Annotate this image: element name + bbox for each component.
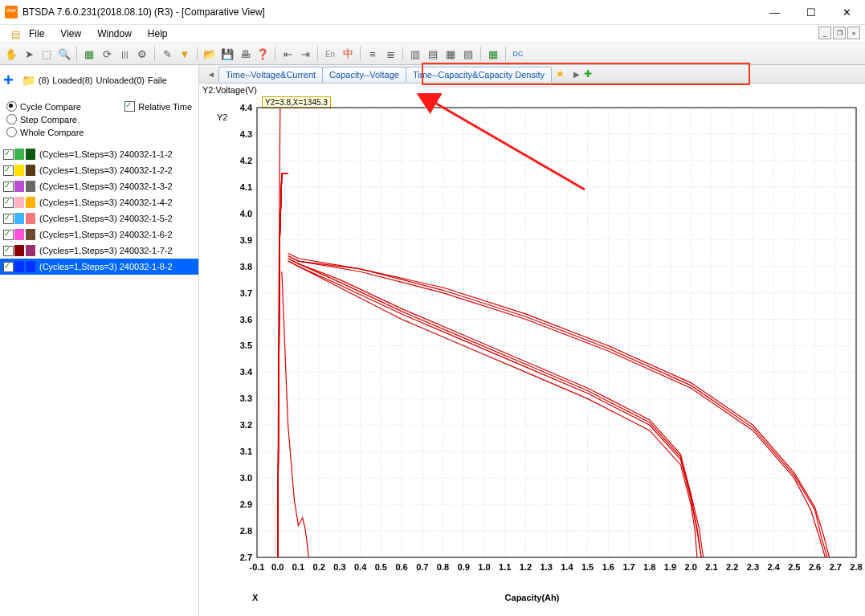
svg-text:2.7: 2.7 <box>240 553 252 562</box>
series-checkbox[interactable] <box>3 149 14 160</box>
menu-window[interactable]: Window <box>91 27 138 41</box>
series-row[interactable]: (Cycles=1,Steps=3) 240032-1-3-2 <box>0 178 198 194</box>
svg-text:1.2: 1.2 <box>520 562 532 572</box>
filter-icon[interactable]: ▼ <box>177 46 193 62</box>
tab-scroll-left-icon[interactable]: ◄ <box>206 68 217 80</box>
hand-tool-icon[interactable]: ✋ <box>3 46 19 62</box>
open-icon[interactable]: 📂 <box>202 46 218 62</box>
series-label: (Cycles=1,Steps=3) 240032-1-3-2 <box>39 182 173 191</box>
cn-lang-icon[interactable]: 中 <box>340 46 356 62</box>
tab-time-voltage-current[interactable]: Time--Voltage&Current <box>218 67 323 82</box>
svg-text:2.3: 2.3 <box>747 562 759 572</box>
series-swatch-2 <box>26 149 35 160</box>
x-axis-title: Capacity(Ah) <box>505 593 560 602</box>
add-icon[interactable]: + <box>3 70 14 91</box>
series-row[interactable]: (Cycles=1,Steps=3) 240032-1-2-2 <box>0 162 198 178</box>
align-2-icon[interactable]: ≣ <box>382 46 398 62</box>
zoom-icon[interactable]: 🔍 <box>56 46 72 62</box>
favorite-icon[interactable]: ★ <box>556 68 565 80</box>
table-icon[interactable]: ▦ <box>81 46 97 62</box>
align-1-icon[interactable]: ≡ <box>365 46 381 62</box>
series-row[interactable]: (Cycles=1,Steps=3) 240032-1-8-2 <box>0 259 198 275</box>
tab-scroll-right-icon[interactable]: ▶ <box>571 68 582 80</box>
save-icon[interactable]: 💾 <box>219 46 235 62</box>
layout-4-icon[interactable]: ▧ <box>460 46 476 62</box>
summary-failed: Faile <box>148 75 167 85</box>
series-checkbox[interactable] <box>3 246 14 256</box>
pointer-tool-icon[interactable]: ➤ <box>21 46 37 62</box>
svg-text:2.8: 2.8 <box>240 526 252 536</box>
dcr-icon[interactable]: DC <box>510 46 526 62</box>
svg-rect-48 <box>257 108 856 557</box>
svg-text:1.5: 1.5 <box>581 562 594 572</box>
plot-svg: 2.72.82.93.03.13.23.33.43.53.63.73.83.94… <box>199 84 864 614</box>
radio-step-compare[interactable] <box>6 114 17 124</box>
zoom-area-icon[interactable]: ⬚ <box>39 46 55 62</box>
left-panel: + 📁 (8) Loaded(8) Unloaded(0) Faile Cycl… <box>0 65 199 616</box>
series-row[interactable]: (Cycles=1,Steps=3) 240032-1-6-2 <box>0 226 198 243</box>
excel-icon[interactable]: ▦ <box>485 46 501 62</box>
svg-text:1.3: 1.3 <box>540 562 552 572</box>
layout-2-icon[interactable]: ▤ <box>425 46 441 62</box>
series-checkbox[interactable] <box>3 262 14 272</box>
svg-text:2.9: 2.9 <box>240 500 252 509</box>
series-checkbox[interactable] <box>3 182 14 192</box>
print-icon[interactable]: 🖶 <box>237 46 253 62</box>
series-checkbox[interactable] <box>3 198 14 208</box>
nav-fwd-icon[interactable]: ⇥ <box>297 46 313 62</box>
series-label: (Cycles=1,Steps=3) 240032-1-2-2 <box>39 165 173 175</box>
nav-back-icon[interactable]: ⇤ <box>279 46 296 62</box>
menubar: ▤ File View Window Help _ ❐ × <box>0 25 865 43</box>
series-row[interactable]: (Cycles=1,Steps=3) 240032-1-7-2 <box>0 243 198 259</box>
toolbar: ✋ ➤ ⬚ 🔍 ▦ ⟳ ⫼ ⚙ ✎ ▼ 📂 💾 🖶 ❓ ⇤ ⇥ En 中 ≡ ≣… <box>0 43 865 65</box>
tab-capacity-voltage[interactable]: Capacity--Voltage <box>322 67 406 82</box>
help-icon[interactable]: ❓ <box>255 46 271 62</box>
svg-text:4.1: 4.1 <box>240 182 252 192</box>
tabstrip: ◄ Time--Voltage&Current Capacity--Voltag… <box>199 65 865 84</box>
checkbox-relative-time[interactable] <box>124 101 135 112</box>
radio-cycle-compare[interactable] <box>6 101 17 112</box>
svg-text:2.6: 2.6 <box>809 562 821 572</box>
series-checkbox[interactable] <box>3 230 14 240</box>
series-swatch-1 <box>14 181 24 192</box>
tab-time-capacity-density[interactable]: Time--Capacity&Capacity Density <box>406 67 552 82</box>
en-lang-icon[interactable]: En <box>322 46 338 62</box>
svg-text:0.4: 0.4 <box>354 562 367 572</box>
wand-icon[interactable]: ✎ <box>159 46 175 62</box>
columns-icon[interactable]: ⫼ <box>116 46 133 62</box>
layout-3-icon[interactable]: ▦ <box>443 46 459 62</box>
series-swatch-2 <box>26 229 35 240</box>
series-swatch-2 <box>26 261 35 272</box>
series-checkbox[interactable] <box>3 165 14 176</box>
series-swatch-1 <box>14 261 24 272</box>
mdi-close-button[interactable]: × <box>847 27 860 39</box>
series-checkbox[interactable] <box>3 214 14 224</box>
add-tab-icon[interactable]: ✚ <box>584 68 592 80</box>
series-row[interactable]: (Cycles=1,Steps=3) 240032-1-1-2 <box>0 146 198 162</box>
layout-1-icon[interactable]: ▥ <box>407 46 423 62</box>
series-label: (Cycles=1,Steps=3) 240032-1-1-2 <box>39 149 173 159</box>
svg-text:0.2: 0.2 <box>313 562 325 572</box>
series-row[interactable]: (Cycles=1,Steps=3) 240032-1-4-2 <box>0 194 198 210</box>
series-row[interactable]: (Cycles=1,Steps=3) 240032-1-5-2 <box>0 210 198 226</box>
svg-text:1.7: 1.7 <box>622 562 634 572</box>
menu-view[interactable]: View <box>54 27 88 41</box>
refresh-icon[interactable]: ⟳ <box>99 46 115 62</box>
menu-help[interactable]: Help <box>141 27 174 41</box>
maximize-button[interactable]: ☐ <box>793 0 829 24</box>
svg-text:-0.1: -0.1 <box>250 562 265 572</box>
radio-step-label: Step Compare <box>20 115 77 124</box>
radio-whole-compare[interactable] <box>6 127 17 137</box>
mdi-minimize-button[interactable]: _ <box>818 27 831 39</box>
settings-icon[interactable]: ⚙ <box>134 46 150 62</box>
series-swatch-2 <box>26 165 35 176</box>
chart-area[interactable]: Y2:Voltage(V) Y2 Y2=3.8,X=1345.3 2.72.82… <box>199 84 865 616</box>
series-label: (Cycles=1,Steps=3) 240032-1-6-2 <box>39 230 173 239</box>
svg-text:4.0: 4.0 <box>240 209 252 218</box>
mdi-restore-button[interactable]: ❐ <box>833 27 846 39</box>
menu-file[interactable]: File <box>22 27 51 41</box>
minimize-button[interactable]: — <box>757 0 793 24</box>
svg-text:1.6: 1.6 <box>602 562 614 572</box>
close-button[interactable]: ✕ <box>829 0 865 24</box>
series-swatch-1 <box>14 229 24 240</box>
